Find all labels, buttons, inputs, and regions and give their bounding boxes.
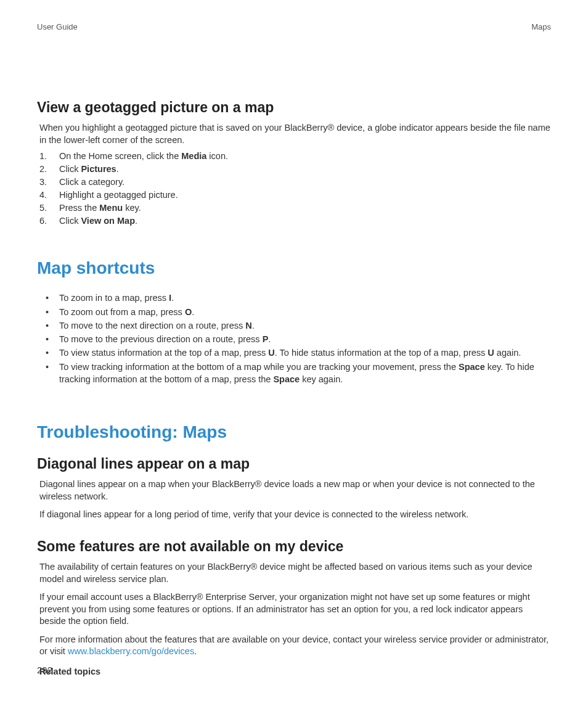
step-4: Highlight a geotagged picture. [37,189,551,202]
step-5: Press the Menu key. [37,202,551,215]
shortcut-prev: To move to the previous direction on a r… [37,333,551,345]
shortcut-zoom-in: To zoom in to a map, press I. [37,292,551,304]
header-left: User Guide [37,22,78,31]
diagonal-p2: If diagonal lines appear for a long peri… [37,509,551,521]
list-shortcuts: To zoom in to a map, press I. To zoom ou… [37,292,551,385]
diagonal-p1: Diagonal lines appear on a map when your… [37,478,551,503]
heading-troubleshooting: Troubleshooting: Maps [37,422,551,442]
step-3: Click a category. [37,176,551,189]
features-p1: The availability of certain features on … [37,561,551,585]
related-topics: Related topics [37,667,551,676]
step-6: Click View on Map. [37,215,551,228]
heading-diagonal: Diagonal lines appear on a map [37,456,551,472]
step-2: Click Pictures. [37,163,551,176]
features-p2: If your email account uses a BlackBerry®… [37,591,551,628]
step-1: On the Home screen, click the Media icon… [37,150,551,163]
heading-geotagged: View a geotagged picture on a map [37,99,551,116]
shortcut-next: To move to the next direction on a route… [37,319,551,332]
steps-geotagged: On the Home screen, click the Media icon… [37,150,551,228]
header-right: Maps [531,22,551,31]
features-p3: For more information about the features … [37,634,551,658]
page-header: User Guide Maps [37,22,551,31]
page-number: 292 [37,665,52,675]
shortcut-zoom-out: To zoom out from a map, press O. [37,306,551,318]
heading-shortcuts: Map shortcuts [37,258,551,278]
shortcut-tracking: To view tracking information at the bott… [37,361,551,386]
heading-features: Some features are not available on my de… [37,538,551,555]
devices-link[interactable]: www.blackberry.com/go/devices [68,646,194,656]
shortcut-status: To view status information at the top of… [37,347,551,359]
intro-geotagged: When you highlight a geotagged picture t… [37,122,551,146]
